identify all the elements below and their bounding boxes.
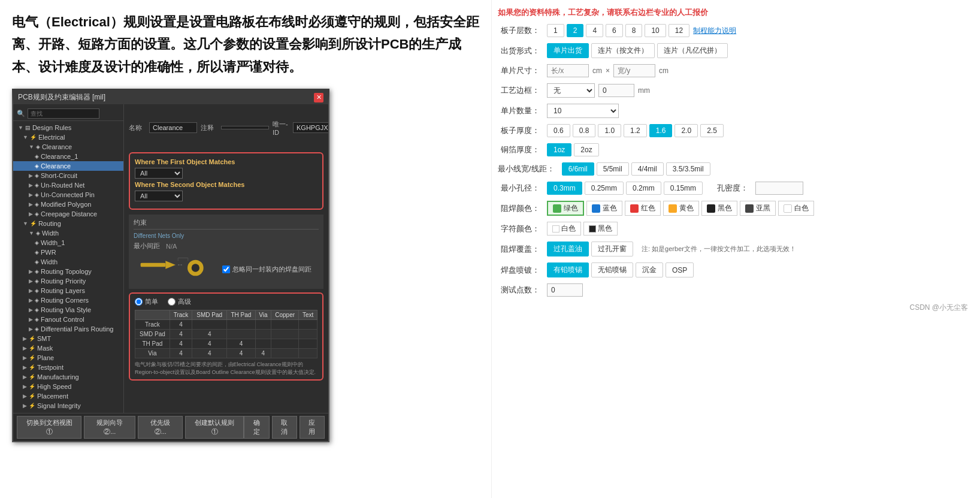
tree-item[interactable]: ▶◈Un-Connected Pin <box>13 190 123 200</box>
cover-buttons-btn[interactable]: 过孔盖油 <box>547 242 589 256</box>
tree-item[interactable]: ▶◈Un-Routed Net <box>13 180 123 190</box>
tree-item[interactable]: ▶◈Routing Priority <box>13 276 123 286</box>
tree-item[interactable]: ◈Clearance_1 <box>13 152 123 161</box>
tree-item[interactable]: ▶◈Routing Layers <box>13 286 123 295</box>
tree-item[interactable]: ▶⚡Testpoint <box>13 363 123 372</box>
spray-buttons-btn[interactable]: OSP <box>666 262 694 277</box>
tree-item[interactable]: ▶◈Differential Pairs Routing <box>13 324 123 334</box>
tree-item[interactable]: ▶⚡Manufacturing <box>13 372 123 382</box>
tree-item[interactable]: ▶⚡Placement <box>13 391 123 401</box>
hole-buttons-btn[interactable]: 0.3mm <box>547 182 582 195</box>
solder-color-btn[interactable]: 黑色 <box>701 201 737 216</box>
tree-item[interactable]: ▶◈Routing Via Style <box>13 305 123 315</box>
tree-arrow-icon: ▶ <box>29 182 33 188</box>
tree-item[interactable]: ◈Width <box>13 257 123 267</box>
hole-buttons-btn[interactable]: 0.25mm <box>585 182 624 195</box>
solder-color-btn[interactable]: 亚黑 <box>740 201 776 216</box>
spray-buttons-btn[interactable]: 有铅喷锡 <box>547 262 589 277</box>
layers-buttons-btn[interactable]: 6 <box>606 24 623 37</box>
tree-item[interactable]: ▶⚡Plane <box>13 353 123 363</box>
thickness-buttons-btn[interactable]: 1.2 <box>624 124 647 137</box>
spray-buttons-btn[interactable]: 沉金 <box>636 262 663 277</box>
delivery-buttons-btn[interactable]: 连片（按文件） <box>591 43 655 58</box>
layers-buttons-btn[interactable]: 8 <box>625 24 643 37</box>
tree-item[interactable]: ▼◈Width <box>13 228 123 238</box>
thickness-buttons-btn[interactable]: 2.5 <box>700 124 724 137</box>
layers-buttons-btn[interactable]: 1 <box>547 24 564 37</box>
table-col-header: Copper <box>271 310 299 320</box>
test-input[interactable] <box>547 283 583 297</box>
solder-color-btn[interactable]: 红色 <box>625 201 661 216</box>
copper-buttons-btn[interactable]: 1oz <box>547 143 571 156</box>
tree-item[interactable]: ▶◈Creepage Distance <box>13 209 123 219</box>
cancel-button[interactable]: 取消 <box>272 416 297 439</box>
delivery-buttons-btn[interactable]: 连片（凡亿代拼） <box>657 43 728 58</box>
create-default-button[interactable]: 创建默认规则 ① <box>185 416 244 439</box>
thickness-buttons-btn[interactable]: 2.0 <box>674 124 698 137</box>
tree-item[interactable]: ▶⚡High Speed <box>13 382 123 391</box>
tree-item[interactable]: ▶◈Modified Polygon <box>13 200 123 209</box>
advanced-radio[interactable] <box>168 298 176 306</box>
tree-item[interactable]: ◈Width_1 <box>13 238 123 248</box>
cover-buttons-btn[interactable]: 过孔开窗 <box>591 242 633 256</box>
size-y-input[interactable] <box>613 64 655 77</box>
simple-radio[interactable] <box>135 298 143 306</box>
simple-radio-label[interactable]: 简单 <box>135 297 158 306</box>
apply-button[interactable]: 应用 <box>300 416 325 439</box>
tree-item-label: Width <box>41 258 58 265</box>
delivery-buttons-btn[interactable]: 单片出货 <box>547 43 589 58</box>
priority-button[interactable]: 优先级 ②... <box>138 416 183 439</box>
trace-buttons-btn[interactable]: 4/4mil <box>631 162 664 176</box>
tree-item[interactable]: ▼◈Clearance <box>13 142 123 152</box>
spray-buttons-btn[interactable]: 无铅喷锡 <box>591 262 633 277</box>
tree-item[interactable]: ▶◈Routing Topology <box>13 267 123 276</box>
tree-item[interactable]: ▼▤Design Rules <box>13 123 123 132</box>
first-condition-select[interactable]: All <box>135 168 183 179</box>
solder-color-btn[interactable]: 蓝色 <box>586 201 622 216</box>
tree-item[interactable]: ◈PWR <box>13 248 123 257</box>
char-color-btn[interactable]: 黑色 <box>583 222 618 236</box>
trace-buttons-btn[interactable]: 6/6mil <box>562 162 594 176</box>
tree-item[interactable]: ▶◈Fanout Control <box>13 315 123 324</box>
trace-buttons-btn[interactable]: 3.5/3.5mil <box>666 162 710 176</box>
hole-density-input[interactable] <box>755 182 803 195</box>
tree-item[interactable]: ▼⚡Routing <box>13 219 123 228</box>
tree-item[interactable]: ▶⚡Signal Integrity <box>13 401 123 411</box>
char-color-btn[interactable]: 白色 <box>547 222 581 236</box>
thickness-buttons-btn[interactable]: 1.0 <box>598 124 621 137</box>
hole-buttons-btn[interactable]: 0.15mm <box>664 182 703 195</box>
layers-link[interactable]: 制程能力说明 <box>693 26 736 36</box>
rule-wizard-button[interactable]: 规则向导 ②... <box>84 416 135 439</box>
layers-buttons-btn[interactable]: 2 <box>567 24 584 37</box>
solder-color-btn[interactable]: 白色 <box>778 201 814 216</box>
edge-value-input[interactable] <box>598 84 634 97</box>
tree-item[interactable]: ▼⚡Electrical <box>13 132 123 142</box>
advanced-radio-label[interactable]: 高级 <box>168 297 191 306</box>
thickness-buttons-btn[interactable]: 1.6 <box>649 124 673 137</box>
trace-buttons-btn[interactable]: 5/5mil <box>597 162 629 176</box>
tree-item[interactable]: ◈Clearance <box>13 161 123 171</box>
switch-doc-button[interactable]: 切换到文档视图 ① <box>17 416 81 439</box>
layers-buttons-btn[interactable]: 4 <box>586 24 603 37</box>
solder-color-btn[interactable]: 绿色 <box>547 201 584 216</box>
thickness-buttons-btn[interactable]: 0.6 <box>547 124 570 137</box>
second-condition-select[interactable]: All <box>135 191 183 201</box>
tree-item[interactable]: ▶◈Routing Corners <box>13 295 123 305</box>
tree-item[interactable]: ▶⚡Mask <box>13 343 123 353</box>
copper-buttons-btn[interactable]: 2oz <box>574 143 598 156</box>
pcb-close-button[interactable]: ✕ <box>314 93 323 102</box>
ignore-checkbox[interactable] <box>222 265 230 273</box>
solder-color-btn[interactable]: 黄色 <box>663 201 699 216</box>
thickness-buttons-btn[interactable]: 0.8 <box>573 124 596 137</box>
confirm-button[interactable]: 确定 <box>244 416 269 439</box>
qty-select[interactable]: 10 <box>547 104 619 118</box>
size-x-input[interactable] <box>547 64 589 77</box>
tree-item[interactable]: ▶◈Short-Circuit <box>13 171 123 180</box>
layers-buttons-btn[interactable]: 12 <box>669 24 689 37</box>
tree-item[interactable]: ▶⚡SMT <box>13 334 123 343</box>
search-input[interactable] <box>28 108 99 119</box>
left-panel: 电气（Electrical）规则设置是设置电路板在布线时必须遵守的规则，包括安全… <box>0 0 491 498</box>
edge-select[interactable]: 无 <box>547 83 595 98</box>
hole-buttons-btn[interactable]: 0.2mm <box>626 182 661 195</box>
layers-buttons-btn[interactable]: 10 <box>645 24 666 37</box>
